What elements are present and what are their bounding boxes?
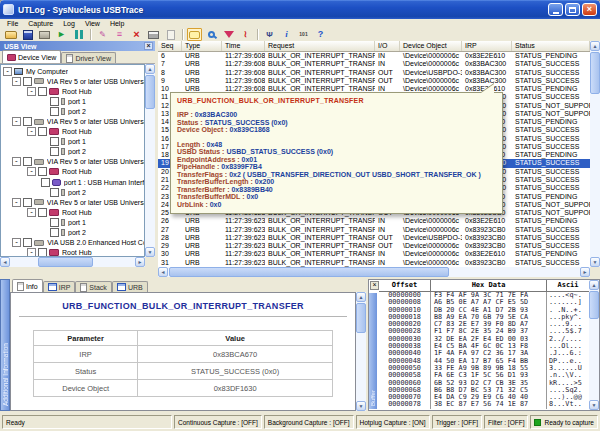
scroll-thumb[interactable] bbox=[590, 52, 600, 94]
scroll-right-icon[interactable]: ► bbox=[580, 267, 590, 277]
tree-item[interactable]: -VIA Rev 5 or later USB Universal Host C bbox=[1, 76, 144, 86]
checkbox[interactable] bbox=[38, 127, 47, 136]
tree-item[interactable]: -Root Hub bbox=[1, 86, 144, 96]
hex-vscrollbar[interactable]: ▲ ▼ bbox=[589, 280, 599, 410]
checkbox[interactable] bbox=[50, 137, 59, 146]
expand-icon[interactable]: - bbox=[12, 198, 21, 207]
usb-view-close-icon[interactable]: × bbox=[144, 42, 153, 50]
checkbox[interactable] bbox=[50, 218, 59, 227]
column-header-device-object[interactable]: Device Object bbox=[400, 41, 462, 51]
scroll-thumb[interactable] bbox=[589, 291, 599, 319]
column-header-time[interactable]: Time bbox=[222, 41, 265, 51]
tree-item[interactable]: port 1 bbox=[1, 96, 144, 106]
scroll-right-icon[interactable]: ► bbox=[135, 257, 145, 267]
tab-driver-view[interactable]: Driver View bbox=[61, 52, 116, 63]
checkbox[interactable] bbox=[23, 117, 32, 126]
expand-icon[interactable]: - bbox=[27, 87, 36, 96]
tab-stack[interactable]: Stack bbox=[75, 281, 112, 292]
tree-item[interactable]: -VIA Rev 5 or later USB Universal Host C bbox=[1, 197, 144, 207]
trace-row[interactable]: 27URB11:27:39:623BULK_OR_INTERRUPT_TRANS… bbox=[158, 226, 590, 234]
titlebar[interactable]: UTLog - SysNucleus USBTrace × bbox=[0, 0, 600, 19]
scroll-up-icon[interactable]: ▲ bbox=[356, 292, 366, 302]
pause-capture-button[interactable] bbox=[71, 28, 86, 41]
scroll-up-icon[interactable]: ▲ bbox=[145, 64, 155, 74]
tab-device-view[interactable]: Device View bbox=[2, 50, 61, 63]
start-capture-button[interactable]: ► bbox=[54, 28, 69, 41]
checkbox[interactable] bbox=[23, 157, 32, 166]
expand-icon[interactable]: - bbox=[3, 67, 12, 76]
tab-info[interactable]: Info bbox=[12, 279, 43, 292]
expand-icon[interactable]: - bbox=[12, 117, 21, 126]
column-header-status[interactable]: Status bbox=[512, 41, 590, 51]
trace-table-header[interactable]: SeqTypeTimeRequestI/ODevice ObjectIRPSta… bbox=[158, 41, 590, 52]
column-header-seq[interactable]: Seq bbox=[158, 41, 182, 51]
tree-item[interactable]: port 1 bbox=[1, 217, 144, 227]
scroll-up-icon[interactable]: ▲ bbox=[589, 280, 599, 290]
help-button[interactable]: ? bbox=[313, 28, 328, 41]
tree-item[interactable]: -Root Hub bbox=[1, 207, 144, 217]
menu-item-view[interactable]: View bbox=[80, 20, 105, 27]
trace-hscrollbar[interactable]: ◄ ► bbox=[158, 267, 590, 277]
additional-information-tab[interactable]: Additional Information bbox=[0, 279, 10, 411]
tree-item[interactable]: port 1 : USB Human Interface D bbox=[1, 177, 144, 187]
trace-row[interactable]: 26URB11:27:39:623BULK_OR_INTERRUPT_TRANS… bbox=[158, 217, 590, 225]
checkbox[interactable] bbox=[23, 238, 32, 247]
trace-row[interactable]: 6URB11:27:39:608BULK_OR_INTERRUPT_TRANSF… bbox=[158, 52, 590, 60]
search-button[interactable] bbox=[204, 28, 219, 41]
checkbox[interactable] bbox=[50, 228, 59, 237]
report-button[interactable] bbox=[163, 28, 178, 41]
tree-item[interactable]: port 2 bbox=[1, 187, 144, 197]
device-tree-vscrollbar[interactable]: ▲ ▼ bbox=[145, 64, 155, 257]
export-button[interactable] bbox=[37, 28, 52, 41]
checkbox[interactable] bbox=[50, 188, 59, 197]
column-header-type[interactable]: Type bbox=[182, 41, 222, 51]
column-header-i-o[interactable]: I/O bbox=[375, 41, 400, 51]
tree-item[interactable]: -Root Hub bbox=[1, 127, 144, 137]
trace-row[interactable]: 29URB11:27:39:623BULK_OR_INTERRUPT_TRANS… bbox=[158, 242, 590, 250]
tree-item[interactable]: -My Computer bbox=[1, 66, 144, 76]
menu-item-capture[interactable]: Capture bbox=[23, 20, 58, 27]
tree-item[interactable]: port 2 bbox=[1, 106, 144, 116]
menu-item-log[interactable]: Log bbox=[58, 20, 80, 27]
expand-icon[interactable]: - bbox=[27, 127, 36, 136]
close-button[interactable]: × bbox=[582, 3, 597, 16]
print-button[interactable] bbox=[146, 28, 161, 41]
checkbox[interactable] bbox=[38, 208, 47, 217]
column-header-request[interactable]: Request bbox=[265, 41, 375, 51]
tree-item[interactable]: port 2 bbox=[1, 147, 144, 157]
expand-icon[interactable]: - bbox=[27, 248, 36, 257]
list-view-button[interactable]: ≡ bbox=[112, 28, 127, 41]
edit-button[interactable]: ✎ bbox=[95, 28, 110, 41]
tree-item[interactable]: port 2 bbox=[1, 228, 144, 238]
trace-row[interactable]: 30URB11:27:39:623BULK_OR_INTERRUPT_TRANS… bbox=[158, 250, 590, 258]
checkbox[interactable] bbox=[50, 97, 59, 106]
filter-button[interactable] bbox=[221, 28, 236, 41]
scroll-thumb[interactable] bbox=[169, 267, 449, 277]
tree-item[interactable]: -Root Hub bbox=[1, 248, 144, 257]
trigger-button[interactable]: ≀ bbox=[238, 28, 253, 41]
tab-urb[interactable]: URB bbox=[112, 281, 148, 292]
save-log-button[interactable] bbox=[20, 28, 35, 41]
menu-item-help[interactable]: Help bbox=[105, 20, 129, 27]
open-log-button[interactable] bbox=[3, 28, 18, 41]
trace-row[interactable]: 9URB11:27:39:608BULK_OR_INTERRUPT_TRANSF… bbox=[158, 77, 590, 85]
trace-row[interactable]: 28URB11:27:39:623BULK_OR_INTERRUPT_TRANS… bbox=[158, 234, 590, 242]
tree-item[interactable]: -VIA Rev 5 or later USB Universal Host C bbox=[1, 116, 144, 126]
info-button[interactable]: i bbox=[279, 28, 294, 41]
checkbox[interactable] bbox=[50, 147, 59, 156]
menu-item-file[interactable]: File bbox=[2, 20, 23, 27]
expand-icon[interactable]: - bbox=[12, 238, 21, 247]
scroll-down-icon[interactable]: ▼ bbox=[589, 400, 599, 410]
tooltip-toggle-button[interactable] bbox=[187, 28, 202, 41]
scroll-thumb[interactable] bbox=[356, 303, 366, 333]
expand-icon[interactable]: - bbox=[12, 157, 21, 166]
scroll-down-icon[interactable]: ▼ bbox=[590, 257, 600, 267]
column-header-irp[interactable]: IRP bbox=[462, 41, 512, 51]
usb-devices-button[interactable]: Ψ bbox=[262, 28, 277, 41]
info-vscrollbar[interactable]: ▲ ▼ bbox=[356, 292, 366, 411]
checkbox[interactable] bbox=[23, 198, 32, 207]
checkbox[interactable] bbox=[38, 87, 47, 96]
expand-icon[interactable]: - bbox=[12, 77, 21, 86]
trace-row[interactable]: 7URB11:27:39:608BULK_OR_INTERRUPT_TRANSF… bbox=[158, 60, 590, 68]
minimize-button[interactable] bbox=[548, 3, 563, 16]
